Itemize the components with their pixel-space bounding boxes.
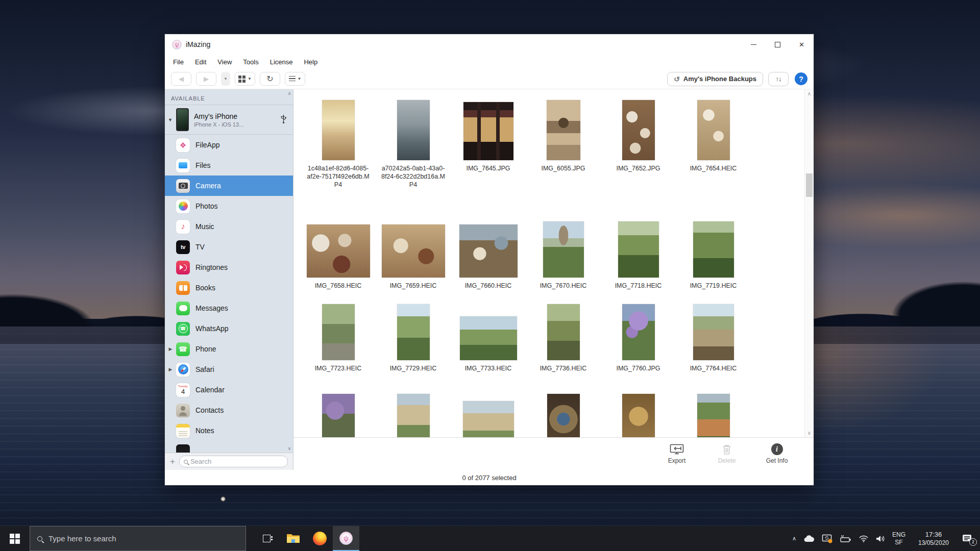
file-explorer-button[interactable] (280, 526, 306, 551)
sidebar-item-phone[interactable]: ▶Phone (165, 339, 293, 359)
help-button[interactable]: ? (795, 72, 807, 85)
photo-thumbnail[interactable] (460, 316, 517, 360)
sidebar-item-calendar[interactable]: Calendar (165, 380, 293, 400)
task-view-button[interactable] (253, 526, 280, 551)
volume-icon[interactable] (875, 535, 886, 543)
photo-cell[interactable]: IMG_7654.HEIC (676, 98, 751, 215)
photo-cell[interactable] (676, 388, 751, 437)
photo-cell[interactable] (301, 388, 376, 437)
photo-cell[interactable]: 1c48a1ef-82d6-4085-af2e-7517f492e6db.MP4 (301, 98, 376, 215)
content-scrollbar[interactable]: ∧ ∨ (804, 89, 814, 437)
scrollbar-thumb[interactable] (806, 173, 813, 197)
photo-thumbnail[interactable] (547, 394, 580, 437)
minimize-button[interactable] (742, 34, 766, 55)
photo-thumbnail[interactable] (397, 304, 430, 360)
photo-cell[interactable]: IMG_7760.JPG (601, 298, 676, 388)
device-collapse-icon[interactable]: ▼ (168, 117, 176, 122)
photo-cell[interactable]: a70242a5-0ab1-43a0-8f24-6c322d2bd16a.MP4 (376, 98, 451, 215)
photo-thumbnail[interactable] (307, 224, 370, 278)
menu-view[interactable]: View (217, 58, 232, 66)
photo-thumbnail[interactable] (322, 100, 355, 160)
device-row[interactable]: ▼ Amy's iPhone iPhone X - iOS 13... (165, 105, 293, 135)
sidebar-item-voicememos[interactable] (165, 441, 293, 453)
photo-cell[interactable]: IMG_7658.HEIC (301, 215, 376, 298)
menu-file[interactable]: File (173, 58, 184, 66)
scroll-down-icon[interactable]: ∨ (288, 446, 291, 451)
photo-thumbnail[interactable] (543, 221, 584, 278)
photo-cell[interactable]: IMG_7659.HEIC (376, 215, 451, 298)
sidebar-scrollbar[interactable]: ∧ ∨ (286, 89, 293, 453)
sidebar-search-field[interactable] (179, 456, 288, 467)
sidebar-item-music[interactable]: Music (165, 216, 293, 237)
photo-cell[interactable]: IMG_7733.HEIC (451, 298, 526, 388)
photo-thumbnail[interactable] (693, 304, 734, 360)
photo-cell[interactable]: IMG_7670.HEIC (526, 215, 601, 298)
menu-edit[interactable]: Edit (195, 58, 206, 66)
photo-thumbnail[interactable] (547, 100, 580, 160)
sidebar-item-files[interactable]: Files (165, 155, 293, 176)
photo-thumbnail[interactable] (459, 224, 518, 278)
sidebar-item-notes[interactable]: Notes (165, 420, 293, 441)
maximize-button[interactable] (766, 34, 790, 55)
photo-cell[interactable]: IMG_7652.JPG (601, 98, 676, 215)
scroll-up-icon[interactable]: ∧ (807, 91, 811, 96)
photo-thumbnail[interactable] (463, 401, 514, 437)
sidebar-item-fileapp[interactable]: FileApp (165, 135, 293, 155)
menu-license[interactable]: License (270, 58, 293, 66)
expand-icon[interactable]: ▶ (165, 367, 176, 372)
clock[interactable]: 17:36 13/05/2020 (912, 531, 955, 547)
photo-thumbnail[interactable] (618, 221, 659, 278)
view-mode-button[interactable]: ▼ (235, 72, 255, 86)
taskbar-search-input[interactable] (48, 534, 238, 543)
photo-cell[interactable]: IMG_7719.HEIC (676, 215, 751, 298)
backups-button[interactable]: ↺ Amy's iPhone Backups (667, 72, 763, 86)
photo-cell[interactable]: IMG_7736.HEIC (526, 298, 601, 388)
photo-thumbnail[interactable] (547, 304, 580, 360)
forward-button[interactable]: ▶ (196, 72, 216, 86)
photo-cell[interactable]: IMG_7723.HEIC (301, 298, 376, 388)
photo-cell[interactable]: IMG_7729.HEIC (376, 298, 451, 388)
delete-button[interactable]: Delete (710, 444, 743, 464)
back-button[interactable]: ◀ (171, 72, 191, 86)
expand-icon[interactable]: ▶ (165, 346, 176, 352)
battery-icon[interactable] (840, 535, 852, 543)
photo-thumbnail[interactable] (397, 100, 430, 160)
firefox-button[interactable] (306, 526, 333, 551)
photo-cell[interactable]: IMG_6055.JPG (526, 98, 601, 215)
transfer-button[interactable]: ↑↓ (768, 72, 789, 86)
language-indicator[interactable]: ENG SF (892, 531, 905, 546)
get-info-button[interactable]: i Get Info (761, 443, 793, 464)
scroll-up-icon[interactable]: ∧ (288, 91, 291, 96)
sidebar-item-photos[interactable]: Photos (165, 196, 293, 216)
wifi-icon[interactable] (859, 535, 869, 542)
scroll-down-icon[interactable]: ∨ (807, 430, 811, 436)
refresh-button[interactable]: ↻ (260, 72, 280, 86)
sort-options-button[interactable]: ▼ (285, 72, 305, 86)
add-button[interactable]: + (170, 457, 175, 466)
titlebar[interactable]: ψ iMazing ✕ (165, 34, 814, 55)
export-button[interactable]: Export (660, 444, 693, 464)
photo-cell[interactable] (451, 388, 526, 437)
photo-thumbnail[interactable] (382, 224, 445, 278)
nav-dropdown-button[interactable]: ▼ (221, 72, 230, 86)
taskbar-search[interactable] (30, 526, 246, 551)
sidebar-item-ringtones[interactable]: Ringtones (165, 257, 293, 278)
display-sync-icon[interactable] (822, 534, 833, 543)
sidebar-item-contacts[interactable]: Contacts (165, 400, 293, 420)
onedrive-icon[interactable] (803, 535, 815, 543)
menu-help[interactable]: Help (304, 58, 317, 66)
search-input[interactable] (190, 458, 283, 465)
photo-cell[interactable] (376, 388, 451, 437)
photo-cell[interactable]: IMG_7718.HEIC (601, 215, 676, 298)
photo-cell[interactable]: IMG_7764.HEIC (676, 298, 751, 388)
photo-thumbnail[interactable] (693, 221, 734, 278)
photo-thumbnail[interactable] (463, 102, 513, 160)
close-button[interactable]: ✕ (790, 34, 814, 55)
sidebar-item-camera[interactable]: Camera (165, 176, 293, 196)
photo-thumbnail[interactable] (622, 304, 655, 360)
imazing-taskbar-button[interactable]: ψ (333, 526, 359, 551)
sidebar-item-safari[interactable]: ▶Safari (165, 359, 293, 380)
photo-thumbnail[interactable] (622, 394, 655, 437)
photo-cell[interactable] (601, 388, 676, 437)
sidebar-item-tv[interactable]: TV (165, 237, 293, 257)
